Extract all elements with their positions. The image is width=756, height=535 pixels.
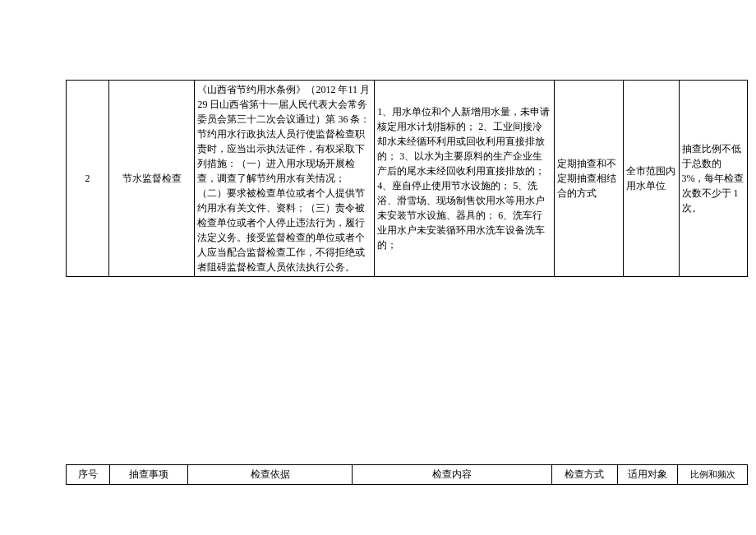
header-ratio: 比例和频次 <box>678 465 748 485</box>
header-row: 序号 抽查事项 检查依据 检查内容 检查方式 适用对象 比例和频次 <box>67 465 748 485</box>
header-content: 检查内容 <box>353 465 552 485</box>
cell-target: 全市范围内用水单位 <box>623 81 679 277</box>
table-row: 2 节水监督检查 《山西省节约用水条例》（2012 年11 月 29 日山西省第… <box>67 81 748 277</box>
header-number: 序号 <box>67 465 110 485</box>
inspection-detail-table: 2 节水监督检查 《山西省节约用水条例》（2012 年11 月 29 日山西省第… <box>66 80 748 277</box>
header-basis: 检查依据 <box>187 465 353 485</box>
cell-ratio: 抽查比例不低于总数的 3%，每年检查次数不少于 1 次。 <box>679 81 748 277</box>
column-header-table: 序号 抽查事项 检查依据 检查内容 检查方式 适用对象 比例和频次 <box>66 464 748 485</box>
cell-item: 节水监督检查 <box>109 81 195 277</box>
cell-basis: 《山西省节约用水条例》（2012 年11 月 29 日山西省第十一届人民代表大会… <box>195 81 375 277</box>
cell-number: 2 <box>67 81 109 277</box>
header-target: 适用对象 <box>617 465 678 485</box>
cell-content: 1、用水单位和个人新增用水量，未申请核定用水计划指标的； 2、工业间接冷却水未经… <box>375 81 555 277</box>
cell-method: 定期抽查和不定期抽查相结合的方式 <box>555 81 623 277</box>
header-item: 抽查事项 <box>109 465 187 485</box>
header-method: 检查方式 <box>552 465 617 485</box>
